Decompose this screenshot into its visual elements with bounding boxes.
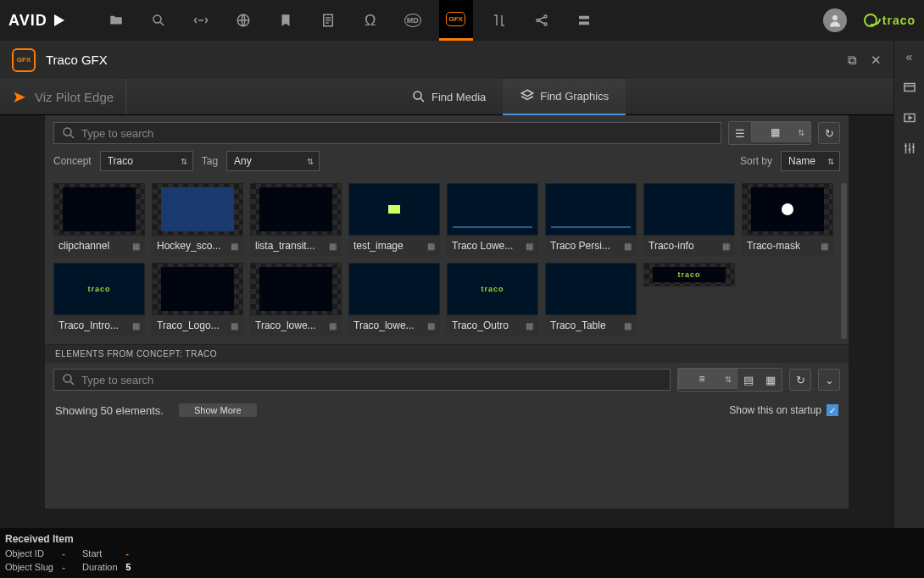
folder-icon[interactable]	[107, 11, 125, 30]
item-name: Traco_Logo...	[157, 320, 220, 331]
share-icon[interactable]	[532, 11, 551, 30]
item-type-icon: ▦	[526, 242, 533, 251]
svg-point-8	[832, 15, 838, 20]
item-type-icon: ▦	[624, 242, 632, 251]
tag-label: Tag	[202, 155, 218, 167]
graphics-item[interactable]: Traco-mask▦	[742, 183, 833, 256]
elements-view-grid-icon[interactable]: ▦	[760, 369, 782, 391]
item-name: Traco-info	[648, 240, 694, 252]
view-grid-icon[interactable]: ▦	[751, 122, 810, 142]
item-type-icon: ▦	[329, 321, 337, 331]
crop-icon[interactable]	[490, 11, 509, 30]
bookmark-icon[interactable]	[276, 11, 295, 30]
graphics-item[interactable]: test_image▦	[348, 183, 440, 256]
omega-icon[interactable]: Ω	[361, 11, 380, 30]
window-title: Traco GFX	[46, 53, 108, 67]
elements-search-placeholder: Type to search	[81, 374, 153, 386]
received-panel: Received Item Object ID - Start - Object…	[0, 528, 924, 578]
item-name: clipchannel	[58, 240, 109, 252]
item-type-icon: ▦	[427, 321, 435, 331]
tag-select[interactable]: Any	[226, 151, 320, 171]
item-name: Hockey_sco...	[157, 240, 220, 252]
item-type-icon: ▦	[427, 242, 435, 251]
viz-pilot-bar: ➤ Viz Pilot Edge Find Media Find Graphic…	[0, 79, 893, 115]
arrow-icon: ➤	[12, 86, 26, 107]
elements-header: ELEMENTS FROM CONCEPT: TRACO	[45, 344, 849, 363]
refresh-icon[interactable]: ↻	[818, 122, 840, 144]
server-icon[interactable]	[575, 11, 593, 30]
item-type-icon: ▦	[132, 321, 140, 331]
received-title: Received Item	[5, 533, 919, 545]
search-placeholder: Type to search	[81, 127, 153, 140]
graphics-grid: clipchannel▦Hockey_sco...▦lista_transit.…	[45, 178, 849, 344]
svg-rect-6	[579, 16, 589, 19]
concept-select[interactable]: Traco	[100, 151, 193, 171]
item-name: Traco Persi...	[550, 240, 610, 252]
elements-search-input[interactable]: Type to search	[53, 369, 671, 391]
item-name: Traco-mask	[747, 240, 800, 252]
play-panel-icon[interactable]	[902, 110, 917, 125]
document-icon[interactable]	[319, 11, 337, 30]
search-icon[interactable]	[149, 11, 168, 30]
view-list-icon[interactable]: ☰	[729, 122, 751, 144]
window-gfx-icon: GFX	[12, 48, 36, 72]
item-type-icon: ▦	[231, 321, 238, 331]
item-name: Traco_lowe...	[353, 320, 415, 331]
svg-point-0	[153, 15, 161, 23]
elements-view-lines-icon[interactable]: ≡	[678, 369, 738, 389]
svg-point-11	[414, 92, 421, 99]
sort-select[interactable]: Name	[781, 151, 840, 171]
graphics-item[interactable]: Traco_lowe...▦	[250, 263, 342, 336]
graphics-item[interactable]: traco	[643, 263, 735, 336]
graphics-item[interactable]: Traco Persi...▦	[545, 183, 637, 256]
window-titlebar: GFX Traco GFX ⧉ ✕	[0, 41, 893, 79]
svg-point-3	[537, 19, 539, 22]
sort-label: Sort by	[740, 155, 772, 167]
search-input[interactable]: Type to search	[53, 122, 721, 144]
right-rail: «	[893, 41, 924, 534]
item-name: Traco Lowe...	[452, 240, 513, 252]
svg-rect-7	[579, 22, 589, 25]
item-type-icon: ▦	[329, 242, 337, 251]
adjust-icon[interactable]	[902, 141, 917, 156]
panel-icon[interactable]	[902, 80, 917, 95]
startup-label: Show this on startup	[729, 404, 821, 416]
graphics-item[interactable]: Traco_lowe...▦	[348, 263, 440, 336]
link-icon[interactable]	[192, 11, 210, 30]
popout-icon[interactable]: ⧉	[848, 53, 857, 68]
item-type-icon: ▦	[722, 242, 730, 251]
graphics-item[interactable]: tracoTraco_Outro▦	[447, 263, 538, 336]
collapse-icon[interactable]: «	[902, 49, 917, 64]
graphics-item[interactable]: clipchannel▦	[53, 183, 145, 256]
show-more-button[interactable]: Show More	[179, 403, 257, 417]
graphics-item[interactable]: tracoTraco_Intro...▦	[53, 263, 145, 336]
item-name: Traco_Intro...	[58, 320, 119, 331]
gfx-icon[interactable]: GFX	[439, 0, 473, 41]
graphics-item[interactable]: Traco Lowe...▦	[447, 183, 538, 256]
tab-find-graphics[interactable]: Find Graphics	[503, 79, 626, 115]
close-icon[interactable]: ✕	[871, 53, 882, 68]
user-avatar[interactable]	[823, 8, 847, 32]
elements-expand-icon[interactable]: ⌄	[818, 369, 840, 391]
globe-icon[interactable]	[234, 11, 253, 30]
graphics-item[interactable]: Hockey_sco...▦	[152, 183, 243, 256]
elements-view-detail-icon[interactable]: ▤	[738, 369, 760, 391]
item-name: Traco_Table	[550, 320, 606, 331]
elements-refresh-icon[interactable]: ↻	[789, 369, 811, 391]
item-name: lista_transit...	[255, 240, 315, 252]
svg-point-13	[64, 375, 71, 382]
md-icon[interactable]: MD	[404, 11, 422, 30]
elements-count: Showing 50 elements.	[55, 404, 164, 417]
graphics-item[interactable]: Traco_Table▦	[545, 263, 637, 336]
svg-rect-9	[905, 84, 915, 92]
svg-point-5	[544, 23, 547, 25]
avid-logo: AVID	[8, 12, 64, 30]
tab-find-media[interactable]: Find Media	[394, 79, 503, 115]
concept-label: Concept	[53, 155, 92, 167]
graphics-item[interactable]: Traco-info▦	[643, 183, 735, 256]
traco-brand-logo: traco	[864, 14, 916, 27]
startup-checkbox[interactable]: ✓	[827, 404, 838, 416]
graphics-item[interactable]: Traco_Logo...▦	[152, 263, 243, 336]
item-type-icon: ▦	[624, 321, 632, 331]
graphics-item[interactable]: lista_transit...▦	[250, 183, 342, 256]
